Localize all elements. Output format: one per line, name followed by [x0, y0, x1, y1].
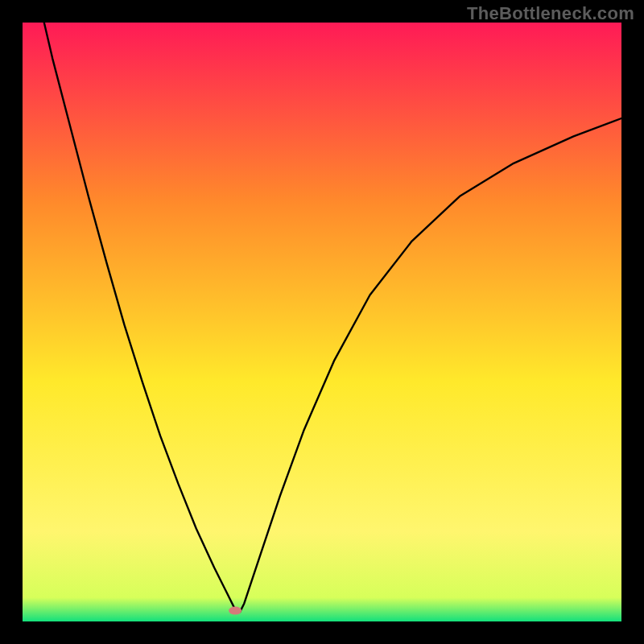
watermark-text: TheBottleneck.com	[467, 3, 634, 24]
plot-background	[23, 23, 621, 621]
optimal-point-marker	[229, 607, 242, 615]
bottleneck-chart	[0, 0, 644, 644]
chart-frame: TheBottleneck.com	[0, 0, 644, 644]
